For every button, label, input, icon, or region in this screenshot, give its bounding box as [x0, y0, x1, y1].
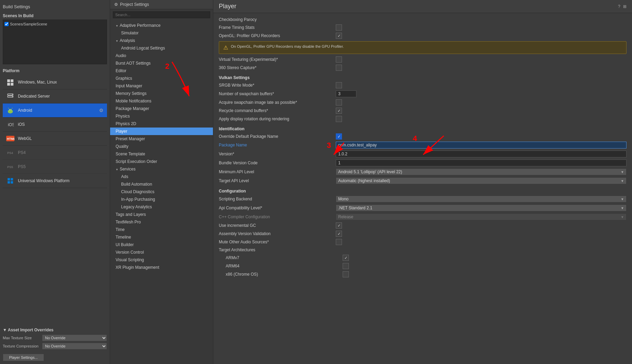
row-version: Version* — [219, 150, 626, 158]
layout-icon[interactable]: ⊞ — [623, 4, 626, 9]
nav-preset-manager[interactable]: Preset Manager — [110, 135, 213, 143]
arm64-checkbox[interactable] — [343, 263, 349, 269]
nav-memory-settings[interactable]: Memory Settings — [110, 90, 213, 97]
version-input[interactable] — [336, 151, 626, 157]
nav-timeline[interactable]: Timeline — [110, 233, 213, 241]
platform-section: Platform Windows, Mac, Linux — [3, 67, 107, 325]
nav-visual-scripting[interactable]: Visual Scripting — [110, 256, 213, 264]
assembly-validation-label: Assembly Version Validation — [219, 231, 336, 236]
row-cpp-compiler: C++ Compiler Configuration Release ▼ — [219, 212, 626, 221]
svg-line-13 — [8, 108, 9, 109]
svg-text:PS5: PS5 — [7, 165, 13, 169]
gear-icon: ⚙ — [114, 2, 118, 7]
nav-services[interactable]: ▼Services — [110, 165, 213, 173]
nav-ui-builder[interactable]: UI Builder — [110, 241, 213, 249]
target-api-dropdown[interactable]: Automatic (highest installed) ▼ — [336, 177, 626, 184]
recycle-buffers-checkbox[interactable] — [336, 108, 342, 114]
windows-icon — [6, 78, 14, 86]
mute-audio-checkbox[interactable] — [336, 239, 342, 245]
svg-rect-10 — [9, 111, 12, 113]
platform-item-ios[interactable]: iOS iOS — [3, 118, 107, 132]
nav-legacy-analytics[interactable]: Legacy Analytics — [110, 203, 213, 211]
min-api-value: Android 5.1 'Lollipop' (API level 22) — [338, 169, 402, 174]
max-texture-select[interactable]: No Override — [42, 334, 107, 341]
identification-section-header: Identification — [219, 124, 626, 132]
acquire-swapchain-checkbox[interactable] — [336, 99, 342, 106]
nav-player[interactable]: Player — [110, 128, 213, 135]
nav-physics[interactable]: Physics — [110, 112, 213, 120]
svg-rect-0 — [7, 79, 10, 82]
player-settings-button[interactable]: Player Settings... — [3, 354, 44, 361]
nav-in-app-purchasing[interactable]: In-App Purchasing — [110, 196, 213, 203]
platform-item-webgl[interactable]: HTML WebGL — [3, 132, 107, 146]
mute-audio-label: Mute Other Audio Sources* — [219, 240, 336, 244]
opengl-profiler-checkbox[interactable] — [336, 33, 342, 39]
row-display-rotation: Apply display rotation during rendering — [219, 115, 626, 123]
swapchain-buffers-input[interactable] — [336, 90, 356, 97]
nav-analysis[interactable]: ▼Analysis — [110, 37, 213, 44]
nav-input-manager[interactable]: Input Manager — [110, 82, 213, 90]
target-api-arrow: ▼ — [621, 179, 624, 183]
platform-item-uwp[interactable]: Universal Windows Platform — [3, 174, 107, 188]
svg-text:PS4: PS4 — [7, 151, 13, 155]
platform-name-ios: iOS — [18, 122, 25, 127]
ios-icon: iOS — [6, 120, 14, 129]
stereo-checkbox[interactable] — [336, 65, 342, 71]
search-input[interactable] — [113, 11, 210, 18]
nav-editor[interactable]: Editor — [110, 67, 213, 75]
nav-mobile-notifications[interactable]: Mobile Notifications — [110, 97, 213, 105]
scene-name: Scenes/SampleScene — [10, 22, 47, 26]
min-api-dropdown[interactable]: Android 5.1 'Lollipop' (API level 22) ▼ — [336, 168, 626, 175]
platform-item-android[interactable]: Android ⚙ — [3, 103, 107, 118]
nav-script-exec-order[interactable]: Script Execution Order — [110, 158, 213, 165]
x86-checkbox[interactable] — [343, 271, 349, 277]
nav-android-logcat[interactable]: Android Logcat Settings — [110, 44, 213, 52]
nav-version-control[interactable]: Version Control — [110, 249, 213, 256]
svg-text:HTML: HTML — [7, 137, 14, 141]
api-compat-arrow: ▼ — [621, 206, 624, 210]
ps4-icon: PS4 — [6, 148, 14, 157]
nav-graphics[interactable]: Graphics — [110, 75, 213, 82]
scene-checkbox[interactable] — [4, 22, 9, 26]
help-icon[interactable]: ? — [618, 4, 620, 9]
nav-xr-plugin[interactable]: XR Plugin Management — [110, 264, 213, 271]
assembly-validation-checkbox[interactable] — [336, 231, 342, 237]
incremental-gc-checkbox[interactable] — [336, 222, 342, 229]
nav-package-manager[interactable]: Package Manager — [110, 105, 213, 112]
virtual-texturing-checkbox[interactable] — [336, 56, 342, 63]
texture-compression-select[interactable]: No Override — [42, 343, 107, 350]
package-name-input[interactable] — [336, 142, 626, 148]
nav-time[interactable]: Time — [110, 226, 213, 233]
frame-timing-checkbox[interactable] — [336, 24, 342, 31]
platform-name-ps4: PS4 — [18, 150, 26, 155]
nav-simulator[interactable]: Simulator — [110, 29, 213, 37]
nav-audio[interactable]: Audio — [110, 52, 213, 59]
frame-timing-label: Frame Timing Stats — [219, 25, 336, 30]
nav-quality[interactable]: Quality — [110, 143, 213, 150]
nav-adaptive-performance[interactable]: ▼Adaptive Performance — [110, 22, 213, 29]
platform-item-ps4[interactable]: PS4 PS4 — [3, 146, 107, 160]
player-panel: Player ? ⊞ Checkboxing Parocy Frame Timi… — [213, 0, 632, 364]
platform-item-windows[interactable]: Windows, Mac, Linux — [3, 75, 107, 89]
android-settings-icon[interactable]: ⚙ — [99, 108, 104, 113]
svg-point-7 — [12, 96, 13, 97]
platform-item-dedicated[interactable]: Dedicated Server — [3, 89, 107, 103]
api-compat-dropdown[interactable]: .NET Standard 2.1 ▼ — [336, 205, 626, 211]
override-package-checkbox[interactable] — [336, 133, 342, 140]
bundle-version-input[interactable] — [336, 159, 626, 166]
nav-ads[interactable]: Ads — [110, 173, 213, 180]
nav-cloud-diagnostics[interactable]: Cloud Diagnostics — [110, 188, 213, 196]
scripting-backend-dropdown[interactable]: Mono ▼ — [336, 196, 626, 202]
nav-textmesh-pro[interactable]: TextMesh Pro — [110, 218, 213, 226]
target-api-label: Target API Level — [219, 178, 336, 183]
armv7-checkbox[interactable] — [343, 255, 349, 261]
nav-tags-and-layers[interactable]: Tags and Layers — [110, 211, 213, 218]
nav-build-automation[interactable]: Build Automation — [110, 180, 213, 188]
version-label: Version* — [219, 152, 336, 156]
srgb-checkbox[interactable] — [336, 82, 342, 88]
display-rotation-checkbox[interactable] — [336, 116, 342, 122]
nav-scene-template[interactable]: Scene Template — [110, 150, 213, 158]
nav-physics-2d[interactable]: Physics 2D — [110, 120, 213, 128]
nav-burst-aot[interactable]: Burst AOT Settings — [110, 59, 213, 67]
platform-item-ps5[interactable]: PS5 PS5 — [3, 160, 107, 174]
